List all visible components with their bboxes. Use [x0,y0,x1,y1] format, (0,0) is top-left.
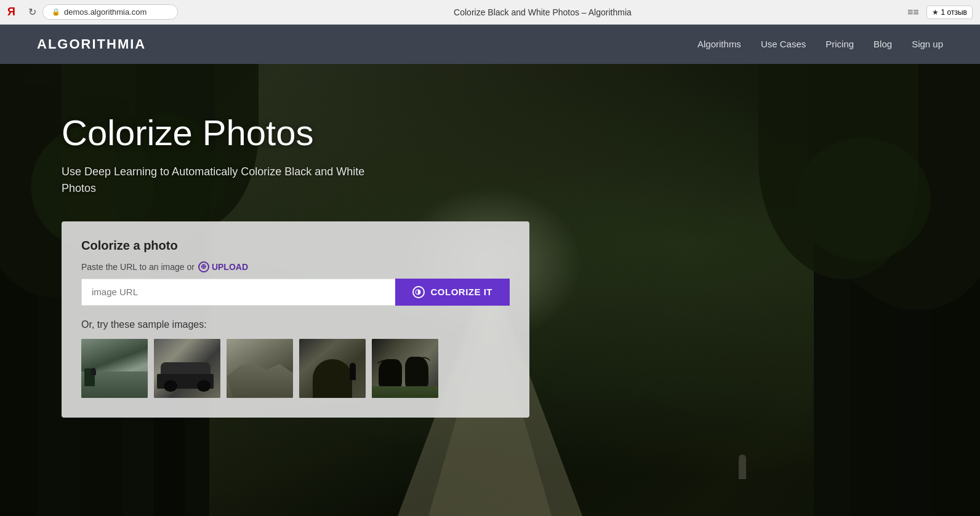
url-instruction: Paste the URL to an image or ⊕ UPLOAD [81,261,510,272]
nav-item-signup[interactable]: Sign up [912,39,943,50]
nav-link-algorithms[interactable]: Algorithms [697,39,741,49]
review-label: 1 отзыв [941,8,967,17]
nav-link-use-cases[interactable]: Use Cases [761,39,806,49]
colorize-icon: ◑ [412,286,425,298]
nav-link-pricing[interactable]: Pricing [825,39,854,49]
browser-tab-title: Colorize Black and White Photos – Algori… [184,7,901,17]
sample-image-4[interactable] [299,339,366,398]
review-button[interactable]: ★ 1 отзыв [926,6,973,19]
url-bar[interactable]: 🔒 demos.algorithmia.com [42,4,178,20]
nav-link-blog[interactable]: Blog [874,39,892,49]
lock-icon: 🔒 [52,8,60,16]
browser-chrome: Я ↻ 🔒 demos.algorithmia.com Colorize Bla… [0,0,980,25]
nav-links: Algorithms Use Cases Pricing Blog Sign u… [697,39,943,50]
url-text: demos.algorithmia.com [64,7,147,17]
nav-item-blog[interactable]: Blog [874,39,892,50]
navbar: ALGORITHMIA Algorithms Use Cases Pricing… [0,25,980,64]
instruction-text: Paste the URL to an image or [81,262,195,272]
nav-link-signup[interactable]: Sign up [912,39,943,49]
star-icon: ★ [932,8,939,17]
sample-image-3[interactable] [227,339,293,398]
sample-image-5[interactable] [372,339,438,398]
nav-item-use-cases[interactable]: Use Cases [761,39,806,50]
upload-circle-icon: ⊕ [198,261,209,272]
colorize-button[interactable]: ◑ COLORIZE IT [395,279,510,306]
hero-title: Colorize Photos [62,113,918,153]
refresh-button[interactable]: ↻ [28,6,36,18]
hero-subtitle: Use Deep Learning to Automatically Color… [62,164,382,197]
upload-link[interactable]: ⊕ UPLOAD [198,261,248,272]
sample-image-2[interactable] [154,339,220,398]
nav-item-pricing[interactable]: Pricing [825,39,854,50]
sample-label: Or, try these sample images: [81,319,510,330]
yandex-icon: Я [7,6,22,18]
nav-logo[interactable]: ALGORITHMIA [37,36,146,52]
hero-section: Colorize Photos Use Deep Learning to Aut… [0,64,980,516]
sample-image-1[interactable] [81,339,148,398]
image-url-input[interactable] [81,279,395,306]
card-title: Colorize a photo [81,239,510,253]
demo-card: Colorize a photo Paste the URL to an ima… [62,221,529,418]
nav-item-algorithms[interactable]: Algorithms [697,39,741,50]
hero-content: Colorize Photos Use Deep Learning to Aut… [0,64,980,418]
reader-icon[interactable]: ≡≡ [907,7,919,18]
browser-right-controls: ≡≡ ★ 1 отзыв [907,6,973,19]
input-row: ◑ COLORIZE IT [81,279,510,306]
sample-images-row [81,339,510,398]
upload-label: UPLOAD [212,262,248,272]
colorize-label: COLORIZE IT [431,287,493,297]
